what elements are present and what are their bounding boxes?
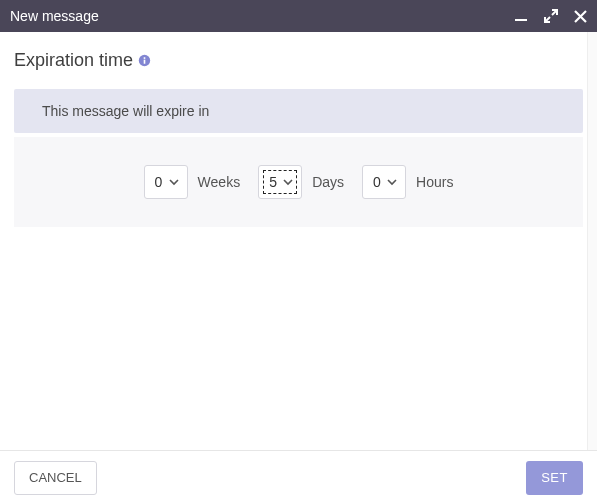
svg-rect-7 — [143, 57, 145, 59]
days-select[interactable]: 5 — [258, 165, 302, 199]
chevron-down-icon — [387, 177, 397, 187]
page-title: Expiration time — [14, 50, 583, 71]
weeks-group: 0 Weeks — [144, 165, 241, 199]
chevron-down-icon — [169, 177, 179, 187]
weeks-value: 0 — [155, 174, 163, 190]
duration-row: 0 Weeks 5 Days — [144, 165, 454, 199]
info-icon[interactable] — [137, 54, 151, 68]
chevron-down-icon — [283, 177, 293, 187]
minimize-icon[interactable] — [514, 9, 528, 23]
titlebar: New message — [0, 0, 597, 32]
svg-rect-6 — [143, 60, 145, 64]
scrollbar-track[interactable] — [587, 32, 597, 450]
svg-rect-0 — [515, 19, 527, 21]
content-area: Expiration time This message will expire… — [0, 32, 597, 227]
duration-picker: 0 Weeks 5 Days — [14, 137, 583, 227]
weeks-select[interactable]: 0 — [144, 165, 188, 199]
expire-banner-text: This message will expire in — [42, 103, 209, 119]
hours-label: Hours — [416, 174, 453, 190]
expand-icon[interactable] — [544, 9, 558, 23]
window-controls — [514, 9, 587, 23]
hours-select[interactable]: 0 — [362, 165, 406, 199]
set-button[interactable]: SET — [526, 461, 583, 495]
weeks-label: Weeks — [198, 174, 241, 190]
days-label: Days — [312, 174, 344, 190]
page-title-text: Expiration time — [14, 50, 133, 71]
compose-window: New message Expira — [0, 0, 597, 504]
expire-banner: This message will expire in — [14, 89, 583, 133]
days-group: 5 Days — [258, 165, 344, 199]
close-icon[interactable] — [574, 10, 587, 23]
footer: CANCEL SET — [0, 450, 597, 504]
hours-value: 0 — [373, 174, 381, 190]
hours-group: 0 Hours — [362, 165, 453, 199]
window-title: New message — [10, 8, 99, 24]
days-value: 5 — [269, 174, 277, 190]
cancel-button[interactable]: CANCEL — [14, 461, 97, 495]
